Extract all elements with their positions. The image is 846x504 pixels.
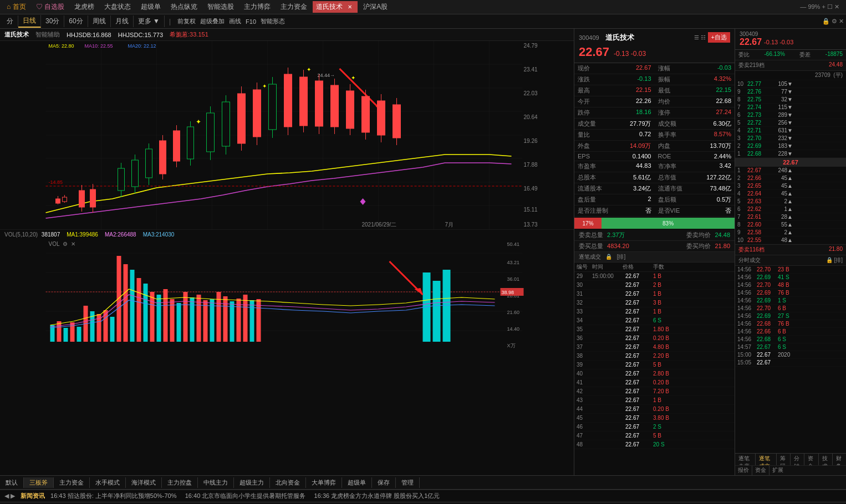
nav-market-status[interactable]: 大盘状态 (100, 1, 135, 13)
trade-table-header: 编号 时间 价格 手数 (574, 263, 735, 272)
tab-funds[interactable]: 资金 (804, 454, 818, 465)
tab-daily[interactable]: 日线 (18, 15, 41, 28)
val-volume: 27.79万 (630, 120, 651, 128)
svg-text:X万: X万 (507, 343, 516, 348)
label-float-shares: 流通股本 (578, 184, 602, 193)
nav-main-funds[interactable]: 主力资金 (276, 1, 312, 13)
svg-text:2021/06/29/二: 2021/06/29/二 (362, 222, 397, 228)
tab-funds2[interactable]: 资金 (752, 466, 769, 475)
svg-rect-58 (222, 102, 230, 146)
tab-30min[interactable]: 30分 (41, 16, 64, 27)
tab-monthly[interactable]: 月线 (111, 16, 134, 27)
val-open: 22.26 (636, 97, 651, 106)
close-stock-tab[interactable]: ✕ (345, 3, 354, 11)
svg-text:MA10: 22.55: MA10: 22.55 (85, 43, 113, 49)
stock-data-grid: 现价 22.67 涨幅 -0.03 涨跌 -0.13 振幅 4.32% 最高 2… (574, 63, 735, 217)
hhjsdc-value: HHJSDC:15.773 (118, 32, 163, 38)
tab-60min[interactable]: 60分 (64, 16, 88, 27)
btn-smart-pattern[interactable]: 智能形态 (258, 16, 287, 27)
order-book: 逐笔成交 🔒 [排] 编号 时间 价格 手数 29 15:00:00 22.67… (574, 252, 735, 475)
bt-save[interactable]: 保存 (372, 477, 396, 488)
tab-tick-trade[interactable]: 逐笔成交 (756, 454, 776, 465)
svg-text:43.21: 43.21 (507, 260, 520, 265)
val-float-shares: 3.24亿 (633, 184, 651, 193)
tab-more[interactable]: 更多 ▼ (134, 16, 165, 27)
nav-hushen[interactable]: 沪深A股 (359, 1, 392, 13)
val-price: 22.67 (636, 64, 651, 73)
bt-super-main[interactable]: 超级主力 (234, 477, 270, 488)
nav-current-stock[interactable]: 道氏技术 ✕ (313, 1, 358, 13)
bt-sailor[interactable]: 水手模式 (90, 477, 126, 488)
sell-level-row: 7 22.74 115▼ (735, 104, 846, 111)
sell-levels: 10 22.77 105▼ 9 22.76 77▼ 8 22.75 32▼ 7 … (735, 80, 846, 158)
candlestick-chart[interactable]: 24.79 23.41 22.03 20.64 19.26 17.88 16.4… (0, 41, 574, 229)
trade-row: 43 22.67 1 B (574, 396, 735, 405)
ask-portion: 83% (602, 218, 735, 229)
bt-ocean[interactable]: 海洋模式 (126, 477, 162, 488)
sell-level-row: 4 22.71 631▼ (735, 127, 846, 135)
bt-big-order[interactable]: 大单博弈 (306, 477, 342, 488)
val-change-pct: -0.03 (717, 64, 731, 73)
svg-text:7月: 7月 (445, 222, 454, 228)
nav-main-game[interactable]: 主力博弈 (239, 1, 275, 13)
label-roe: ROE (658, 153, 671, 160)
tab-quote[interactable]: 报价 (735, 466, 752, 475)
val-after-lot: 0.5万 (717, 196, 731, 204)
svg-text:✦: ✦ (307, 66, 311, 73)
trade-row: 32 22.67 3 B (574, 299, 735, 307)
svg-rect-37 (118, 168, 125, 191)
tab-1min[interactable]: 分 (2, 16, 18, 27)
tab-financial[interactable]: 财务 (833, 454, 846, 465)
svg-rect-52 (187, 127, 194, 159)
bt-default[interactable]: 默认 (0, 477, 24, 488)
nav-hot[interactable]: 热点纵览 (166, 1, 202, 13)
svg-text:MA5: 22.80: MA5: 22.80 (49, 43, 74, 49)
nav-news-icons[interactable]: ◀ ▶ (4, 492, 15, 500)
btn-overlay[interactable]: 超级叠加 (198, 16, 227, 27)
tab-tick-zone[interactable]: 逐笔走底 (735, 454, 756, 465)
bt-manage[interactable]: 管理 (396, 477, 420, 488)
buy-total-label: 委买总量 (579, 243, 603, 249)
label-total-shares: 总股本 (578, 173, 596, 182)
tab-minute[interactable]: 分钟 (791, 454, 804, 465)
label-price: 现价 (578, 64, 590, 73)
minute-trade-row: 15:05 22.67 (735, 359, 846, 367)
tab-code[interactable]: 筹码 (777, 454, 791, 465)
nav-super-order[interactable]: 超级单 (136, 1, 165, 13)
svg-rect-61 (238, 94, 246, 143)
bt-main-funds[interactable]: 主力资金 (54, 477, 90, 488)
svg-text:13.73: 13.73 (524, 222, 538, 228)
svg-rect-64 (253, 90, 261, 137)
svg-rect-150 (203, 300, 208, 342)
nav-longhubang[interactable]: 龙虎榜 (70, 1, 99, 13)
svg-rect-141 (144, 284, 148, 342)
minute-trade-row: 14:56 22.69 1 S (735, 297, 846, 305)
volume-chart[interactable]: VOL ⚙ ✕ 50.41 43.21 36.01 28.81 21.60 14… (0, 239, 574, 350)
svg-rect-147 (184, 292, 188, 342)
buy-level-row: 1 22.67 248▲ (735, 167, 846, 174)
nav-home[interactable]: ⌂ 首页 (2, 1, 30, 13)
minute-trade-row: 14:56 22.69 41 S (735, 274, 846, 281)
bt-main-control[interactable]: 主力控盘 (162, 477, 198, 488)
svg-rect-74 (300, 77, 308, 126)
bt-midline-main[interactable]: 中线主力 (198, 477, 234, 488)
svg-text:22.03: 22.03 (524, 90, 538, 96)
btn-restore[interactable]: 前复权 (175, 16, 198, 27)
svg-rect-82 (331, 85, 339, 127)
btn-draw[interactable]: 画线 (227, 16, 243, 27)
svg-rect-43 (146, 149, 152, 178)
bt-north-funds[interactable]: 北向资金 (270, 477, 306, 488)
btn-f10[interactable]: F10 (243, 17, 258, 26)
minute-trades-list: 14:56 22.70 23 B 14:56 22.69 41 S 14:56 … (735, 266, 846, 453)
nav-smart-stock[interactable]: 智能选股 (203, 1, 238, 13)
tab-weekly[interactable]: 周线 (88, 16, 111, 27)
val-vie: 否 (725, 207, 731, 215)
nav-watchlist[interactable]: ♡ 自选股 (32, 1, 69, 13)
price-change: -0.13 -0.03 (614, 50, 646, 58)
tab-technical[interactable]: 技术 (819, 454, 833, 465)
val-stop-down: 18.16 (636, 109, 651, 117)
tab-extra[interactable]: 扩展 (769, 466, 786, 475)
add-to-watchlist-btn[interactable]: +自选 (708, 32, 730, 43)
bt-sanbanfu[interactable]: 三板斧 (24, 477, 54, 488)
bt-super-order[interactable]: 超级单 (342, 477, 372, 488)
